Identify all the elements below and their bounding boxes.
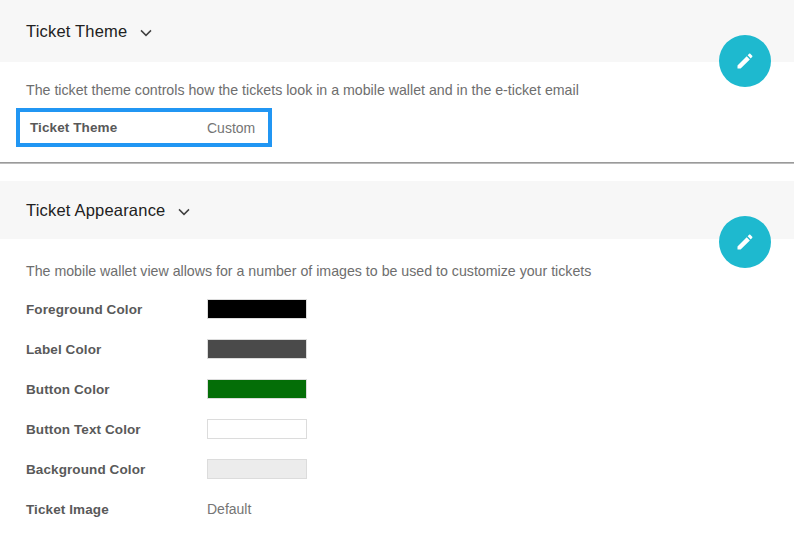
color-swatch	[207, 419, 307, 439]
row-foreground-color: Foreground Color	[0, 289, 794, 329]
section-title: Ticket Appearance	[26, 201, 165, 220]
edit-ticket-theme-button[interactable]	[719, 35, 771, 87]
row-label-color: Label Color	[0, 329, 794, 369]
row-label: Button Color	[26, 382, 207, 397]
section-description: The ticket theme controls how the ticket…	[26, 80, 768, 100]
color-swatch	[207, 299, 307, 319]
section-description: The mobile wallet view allows for a numb…	[26, 261, 768, 281]
ticket-theme-row-highlighted[interactable]: Ticket Theme Custom	[16, 108, 272, 147]
row-label: Ticket Image	[26, 502, 207, 517]
row-button-color: Button Color	[0, 369, 794, 409]
ticket-appearance-rows: Foreground Color Label Color Button Colo…	[0, 289, 794, 529]
color-swatch	[207, 339, 307, 359]
row-value: Custom	[207, 120, 255, 136]
pencil-icon	[735, 232, 755, 252]
row-label: Foreground Color	[26, 302, 207, 317]
color-swatch	[207, 379, 307, 399]
row-button-text-color: Button Text Color	[0, 409, 794, 449]
edit-ticket-appearance-button[interactable]	[719, 216, 771, 268]
chevron-down-icon[interactable]	[178, 208, 190, 216]
row-label: Button Text Color	[26, 422, 207, 437]
color-swatch	[207, 459, 307, 479]
row-value: Default	[207, 501, 251, 517]
row-ticket-image: Ticket Image Default	[0, 489, 794, 529]
pencil-icon	[735, 51, 755, 71]
spacer	[0, 164, 794, 181]
row-background-color: Background Color	[0, 449, 794, 489]
section-header-ticket-theme[interactable]: Ticket Theme	[0, 0, 794, 62]
row-label: Label Color	[26, 342, 207, 357]
row-label: Ticket Theme	[30, 120, 207, 135]
chevron-down-icon[interactable]	[140, 29, 152, 37]
row-label: Background Color	[26, 462, 207, 477]
section-header-ticket-appearance[interactable]: Ticket Appearance	[0, 181, 794, 239]
section-title: Ticket Theme	[26, 22, 127, 41]
